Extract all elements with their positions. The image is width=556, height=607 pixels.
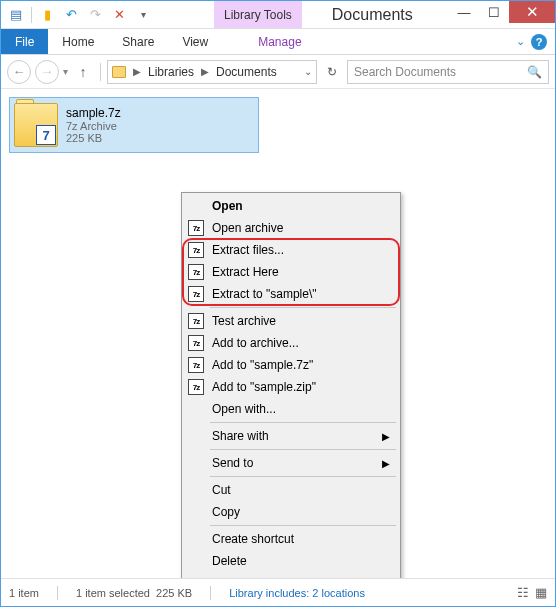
ctx-add-to-zip[interactable]: 7zAdd to "sample.zip" (184, 376, 398, 398)
breadcrumb-documents[interactable]: Documents (216, 65, 277, 79)
library-tools-tab: Library Tools (214, 1, 302, 28)
7zip-icon: 7z (188, 242, 204, 258)
minimize-button[interactable]: — (449, 1, 479, 23)
help-icon[interactable]: ? (531, 34, 547, 50)
7zip-icon: 7z (188, 220, 204, 236)
home-tab[interactable]: Home (48, 29, 108, 54)
ctx-extract-files[interactable]: 7zExtract files... (184, 239, 398, 261)
ctx-copy[interactable]: Copy (184, 501, 398, 523)
address-bar: ← → ▾ ↑ ▶ Libraries ▶ Documents ⌄ ↻ Sear… (1, 55, 555, 89)
properties-icon[interactable]: ▤ (5, 4, 27, 26)
breadcrumb-libraries[interactable]: Libraries (148, 65, 194, 79)
status-library-info[interactable]: Library includes: 2 locations (229, 587, 365, 599)
chevron-right-icon[interactable]: ▶ (198, 66, 212, 77)
title-bar: ▤ ▮ ↶ ↷ ✕ ▾ Library Tools Documents — ☐ … (1, 1, 555, 29)
status-item-count: 1 item (9, 587, 39, 599)
separator (210, 449, 396, 450)
share-tab[interactable]: Share (108, 29, 168, 54)
ctx-share-with[interactable]: Share with▶ (184, 425, 398, 447)
file-type: 7z Archive (66, 120, 121, 132)
file-icon-7z: 7 (14, 103, 58, 147)
ctx-create-shortcut[interactable]: Create shortcut (184, 528, 398, 550)
ctx-send-to[interactable]: Send to▶ (184, 452, 398, 474)
7zip-icon: 7z (188, 264, 204, 280)
7zip-icon: 7z (188, 286, 204, 302)
7zip-icon: 7z (188, 379, 204, 395)
undo-icon[interactable]: ↶ (60, 4, 82, 26)
ctx-open-archive[interactable]: 7zOpen archive (184, 217, 398, 239)
qat-dropdown-icon[interactable]: ▾ (132, 4, 154, 26)
address-box[interactable]: ▶ Libraries ▶ Documents ⌄ (107, 60, 317, 84)
address-dropdown-icon[interactable]: ⌄ (304, 66, 312, 77)
file-metadata: sample.7z 7z Archive 225 KB (66, 106, 121, 144)
context-menu: Open 7zOpen archive 7zExtract files... 7… (181, 192, 401, 607)
search-icon: 🔍 (527, 65, 542, 79)
new-folder-icon[interactable]: ▮ (36, 4, 58, 26)
refresh-button[interactable]: ↻ (321, 61, 343, 83)
ctx-extract-here[interactable]: 7zExtract Here (184, 261, 398, 283)
view-tab[interactable]: View (168, 29, 222, 54)
separator (210, 525, 396, 526)
separator (100, 63, 101, 81)
separator (210, 476, 396, 477)
file-size: 225 KB (66, 132, 121, 144)
ctx-delete[interactable]: Delete (184, 550, 398, 572)
window-controls: — ☐ ✕ (449, 1, 555, 28)
submenu-arrow-icon: ▶ (382, 458, 390, 469)
details-view-icon[interactable]: ☷ (517, 585, 529, 600)
chevron-right-icon[interactable]: ▶ (130, 66, 144, 77)
search-placeholder: Search Documents (354, 65, 456, 79)
window-title: Documents (332, 1, 413, 28)
ctx-cut[interactable]: Cut (184, 479, 398, 501)
ctx-extract-to[interactable]: 7zExtract to "sample\" (184, 283, 398, 305)
up-button[interactable]: ↑ (72, 61, 94, 83)
file-name: sample.7z (66, 106, 121, 120)
status-selected: 1 item selected 225 KB (76, 587, 192, 599)
redo-icon[interactable]: ↷ (84, 4, 106, 26)
folder-icon (112, 66, 126, 78)
delete-icon[interactable]: ✕ (108, 4, 130, 26)
separator (57, 586, 58, 600)
maximize-button[interactable]: ☐ (479, 1, 509, 23)
forward-button[interactable]: → (35, 60, 59, 84)
separator (210, 422, 396, 423)
separator (210, 586, 211, 600)
content-area[interactable]: 7 sample.7z 7z Archive 225 KB Open 7zOpe… (1, 89, 555, 577)
ctx-add-to-archive[interactable]: 7zAdd to archive... (184, 332, 398, 354)
ctx-open-with[interactable]: Open with... (184, 398, 398, 420)
back-button[interactable]: ← (7, 60, 31, 84)
ctx-test-archive[interactable]: 7zTest archive (184, 310, 398, 332)
view-switcher: ☷ ▦ (517, 585, 547, 600)
ctx-open[interactable]: Open (184, 195, 398, 217)
recent-dropdown-icon[interactable]: ▾ (63, 66, 68, 77)
separator (210, 307, 396, 308)
7zip-icon: 7z (188, 335, 204, 351)
ribbon-tabs: File Home Share View Manage ⌄ ? (1, 29, 555, 55)
search-input[interactable]: Search Documents 🔍 (347, 60, 549, 84)
7zip-icon: 7z (188, 357, 204, 373)
file-tab[interactable]: File (1, 29, 48, 54)
expand-ribbon-icon[interactable]: ⌄ (516, 35, 525, 48)
file-item-selected[interactable]: 7 sample.7z 7z Archive 225 KB (9, 97, 259, 153)
quick-access-toolbar: ▤ ▮ ↶ ↷ ✕ ▾ (1, 1, 154, 28)
submenu-arrow-icon: ▶ (382, 431, 390, 442)
separator (31, 7, 32, 23)
close-button[interactable]: ✕ (509, 1, 555, 23)
icons-view-icon[interactable]: ▦ (535, 585, 547, 600)
manage-tab[interactable]: Manage (244, 29, 315, 54)
7zip-icon: 7z (188, 313, 204, 329)
status-bar: 1 item 1 item selected 225 KB Library in… (1, 578, 555, 606)
ctx-add-to-7z[interactable]: 7zAdd to "sample.7z" (184, 354, 398, 376)
